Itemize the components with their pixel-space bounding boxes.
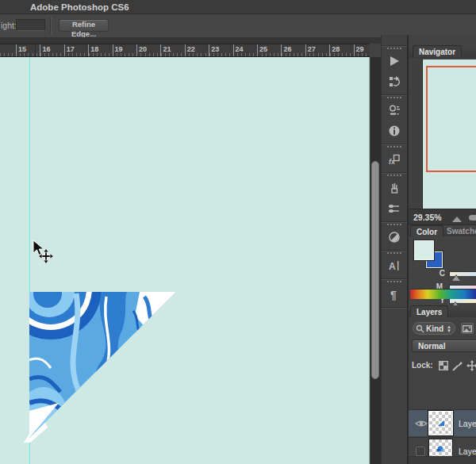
dock-grip[interactable]: [387, 224, 401, 226]
dock-group: ¶: [382, 278, 407, 307]
dock-group: [382, 172, 407, 221]
ruler-number: 29: [356, 45, 364, 53]
ruler-tick: [185, 44, 186, 56]
adjustments-panel-icon[interactable]: [382, 227, 407, 247]
color-spectrum-ramp[interactable]: [410, 289, 476, 299]
layers-panel: Kind ▲▼ Normal Lock:: [409, 317, 476, 464]
layers-tab-bar: Layers: [409, 305, 476, 317]
dock-grip[interactable]: [387, 48, 401, 50]
dock-grip[interactable]: [387, 252, 401, 255]
ruler-tick: [113, 44, 113, 56]
navigator-zoom-value[interactable]: 29.35%: [413, 213, 442, 222]
filter-pixel-layers-icon[interactable]: [461, 323, 474, 334]
refine-edge-button[interactable]: Refine Edge...: [59, 19, 109, 32]
ruler-tick: [305, 44, 306, 56]
layer-row[interactable]: Layer: [409, 409, 476, 436]
actions-panel-icon[interactable]: [382, 51, 407, 71]
lock-pixels-icon[interactable]: [451, 359, 464, 372]
ruler-tick: [257, 44, 258, 56]
cyan-slider-handle[interactable]: [452, 275, 460, 281]
ruler-number: 19: [115, 45, 123, 53]
ruler-number: 22: [187, 45, 195, 53]
navigator-panel: [409, 58, 476, 209]
visibility-eye-icon[interactable]: [415, 419, 428, 428]
height-input[interactable]: [16, 19, 45, 31]
navigator-preview[interactable]: [422, 59, 476, 209]
tool-presets-panel-icon[interactable]: [382, 100, 407, 121]
blend-mode-dropdown[interactable]: Normal: [412, 339, 476, 352]
layer-filter-kind-dropdown[interactable]: Kind ▲▼: [413, 322, 455, 335]
vertical-scrollbar-thumb[interactable]: [371, 161, 379, 379]
artwork-triangle: [0, 284, 190, 464]
dock-grip[interactable]: [387, 146, 401, 148]
dock-grip[interactable]: [387, 281, 401, 283]
dock-grip[interactable]: [387, 97, 401, 99]
layer-name[interactable]: Layer: [459, 447, 476, 456]
svg-text:A: A: [389, 261, 396, 272]
lock-position-icon[interactable]: [466, 359, 476, 372]
ruler-number: 18: [90, 45, 98, 53]
color-tab-bar: Color Swatches: [409, 225, 476, 236]
layer-thumbnail[interactable]: [428, 411, 453, 435]
app-title: Adobe Photoshop CS6: [30, 2, 129, 12]
lock-transparency-icon[interactable]: [437, 359, 450, 372]
lock-row: Lock:: [409, 357, 476, 374]
tab-navigator[interactable]: Navigator: [413, 45, 462, 57]
lock-label: Lock:: [412, 361, 433, 370]
visibility-toggle-empty[interactable]: [416, 447, 425, 456]
info-panel-icon[interactable]: [382, 121, 407, 141]
search-icon: [416, 324, 424, 333]
ruler-tick: [281, 44, 282, 56]
channel-label-c: C: [436, 269, 445, 278]
tab-swatches[interactable]: Swatches: [443, 225, 476, 237]
dock-empty: [382, 307, 407, 464]
navigator-viewbox[interactable]: [426, 66, 476, 172]
ruler-number: 25: [259, 45, 267, 53]
ruler-tick: [16, 44, 17, 56]
layer-name[interactable]: Layer: [459, 419, 476, 428]
navigator-tab-bar: Navigator: [409, 45, 476, 58]
tab-layers[interactable]: Layers: [410, 305, 448, 317]
ruler-tick: [354, 44, 355, 56]
ruler-number: 16: [42, 45, 50, 53]
svg-text:fx: fx: [389, 158, 396, 166]
height-label: ight:: [1, 21, 17, 30]
ruler-tick: [64, 44, 65, 56]
ruler-number: 24: [236, 45, 244, 53]
canvas[interactable]: [0, 57, 370, 464]
ruler-number: 26: [283, 45, 291, 53]
paragraph-panel-icon[interactable]: ¶: [382, 284, 407, 305]
ruler-number: 27: [308, 45, 316, 53]
dock-group: [382, 45, 407, 94]
zoom-out-icon[interactable]: [452, 217, 462, 222]
dock-group: [382, 94, 407, 144]
options-bar: ight: Refine Edge...: [0, 14, 476, 37]
move-cursor: [30, 240, 54, 267]
tab-color[interactable]: Color: [410, 225, 443, 237]
dock-group: [382, 221, 407, 250]
zoom-slider-thumb[interactable]: [469, 215, 476, 220]
dock-group: A: [382, 250, 407, 278]
ruler-tick: [88, 44, 89, 56]
ruler-cursor-indicator: [35, 44, 36, 57]
styles-panel-icon[interactable]: fx: [382, 149, 407, 170]
brush-panel-icon[interactable]: [382, 178, 407, 198]
ruler-tick: [160, 44, 161, 56]
dock-group: fx: [382, 144, 407, 172]
foreground-color-swatch[interactable]: [414, 240, 434, 260]
dock-grip[interactable]: [387, 174, 401, 177]
ruler-tick: [329, 44, 330, 56]
panel-column: Navigator 29.35% Color Swatches C M: [408, 35, 476, 464]
ruler-horizontal[interactable]: 151617181920212223242526272829: [0, 44, 370, 57]
ruler-tick: [233, 44, 234, 56]
kind-label: Kind: [426, 324, 443, 333]
navigator-zoom-bar: 29.35%: [409, 209, 476, 225]
history-panel-icon[interactable]: [382, 71, 407, 92]
ruler-number: 28: [332, 45, 340, 53]
ruler-number: 15: [18, 45, 26, 53]
svg-text:¶: ¶: [390, 289, 397, 301]
vertical-scrollbar[interactable]: [370, 57, 381, 464]
character-panel-icon[interactable]: A: [382, 255, 407, 276]
brush-presets-panel-icon[interactable]: [382, 198, 407, 219]
stepper-arrows-icon: ▲▼: [447, 325, 451, 333]
